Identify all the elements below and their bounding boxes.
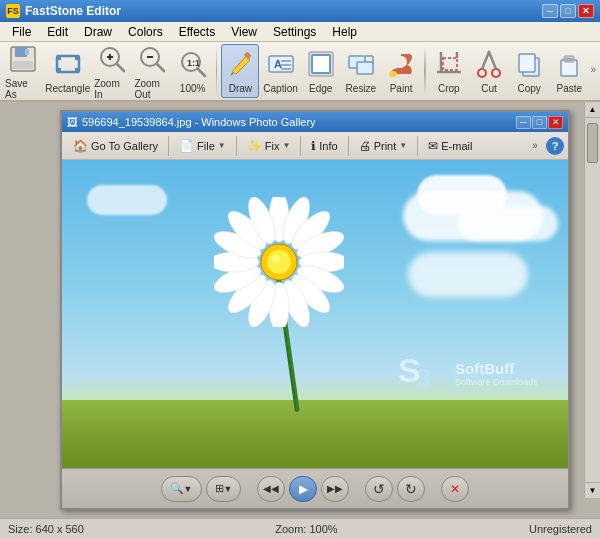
zoom-control-button[interactable]: 🔍 ▼	[161, 476, 202, 502]
close-button[interactable]: ✕	[578, 4, 594, 18]
crop-button[interactable]: Crop	[430, 44, 468, 98]
watermark-text: SoftBuff Software Downloads	[455, 360, 538, 387]
svg-rect-5	[57, 56, 61, 60]
svg-point-65	[272, 255, 280, 263]
copy-button[interactable]: Copy	[510, 44, 548, 98]
cut-button[interactable]: Cut	[470, 44, 508, 98]
vertical-scrollbar[interactable]: ▲ ▼	[584, 102, 600, 498]
rotate-right-button[interactable]: ↻	[397, 476, 425, 502]
rectangle-label: Rectangle	[45, 83, 90, 94]
menu-effects[interactable]: Effects	[171, 23, 223, 41]
fix-button[interactable]: ✨ Fix ▼	[240, 135, 298, 157]
minimize-button[interactable]: ─	[542, 4, 558, 18]
go-to-gallery-button[interactable]: 🏠 Go To Gallery	[66, 135, 165, 157]
play-button[interactable]: ▶	[289, 476, 317, 502]
image-container: S 3 SoftBuff Software Downloads	[62, 160, 568, 468]
caption-label: Caption	[263, 83, 297, 94]
zoom-control-icon: 🔍	[170, 482, 184, 495]
rectangle-button[interactable]: Rectangle	[44, 44, 91, 98]
delete-button[interactable]: ✕	[441, 476, 469, 502]
cloud-5	[408, 252, 528, 297]
svg-line-12	[117, 64, 124, 71]
toolbar-sep-1	[216, 46, 218, 96]
watermark-main-text: SoftBuff	[455, 360, 538, 377]
scroll-up-button[interactable]: ▲	[585, 102, 600, 118]
svg-line-39	[482, 52, 489, 69]
photo-maximize-button[interactable]: □	[532, 116, 547, 129]
status-bar: Size: 640 x 560 Zoom: 100% Unregistered	[0, 518, 600, 538]
fix-icon: ✨	[247, 139, 262, 153]
photo-toolbar-sep-3	[300, 136, 301, 156]
email-button[interactable]: ✉ E-mail	[421, 135, 479, 157]
main-content-area: 🖼 596694_19539864.jpg - Windows Photo Ga…	[0, 102, 600, 518]
zoom-out-label: Zoom Out	[134, 78, 170, 100]
svg-text:1:1: 1:1	[187, 58, 200, 68]
paste-button[interactable]: Paste	[550, 44, 588, 98]
crop-label: Crop	[438, 83, 460, 94]
photo-minimize-button[interactable]: ─	[516, 116, 531, 129]
svg-text:A: A	[274, 58, 282, 70]
draw-label: Draw	[229, 83, 252, 94]
next-button[interactable]: ▶▶	[321, 476, 349, 502]
resize-button[interactable]: Resize	[342, 44, 380, 98]
photo-toolbar-sep-4	[348, 136, 349, 156]
photo-toolbar-sep-2	[236, 136, 237, 156]
zoom-in-button[interactable]: Zoom In	[93, 44, 131, 98]
print-arrow-icon: ▼	[399, 141, 407, 150]
menu-file[interactable]: File	[4, 23, 39, 41]
print-button[interactable]: 🖨 Print ▼	[352, 135, 415, 157]
zoom-in-icon	[96, 43, 128, 75]
photo-close-button[interactable]: ✕	[548, 116, 563, 129]
watermark-sub-text: Software Downloads	[455, 377, 538, 387]
menu-help[interactable]: Help	[324, 23, 365, 41]
main-toolbar: Save As Rectangle	[0, 42, 600, 102]
zoom-status: Zoom: 100%	[275, 523, 337, 535]
rotate-left-button[interactable]: ↺	[365, 476, 393, 502]
svg-rect-28	[357, 62, 373, 74]
scroll-thumb[interactable]	[587, 123, 598, 163]
save-as-button[interactable]: Save As	[4, 44, 42, 98]
file-button[interactable]: 📄 File ▼	[172, 135, 233, 157]
save-as-label: Save As	[5, 78, 41, 100]
photo-window: 🖼 596694_19539864.jpg - Windows Photo Ga…	[60, 110, 570, 510]
fit-control-button[interactable]: ⊞ ▼	[206, 476, 242, 502]
edge-button[interactable]: Edge	[302, 44, 340, 98]
copy-icon	[513, 48, 545, 80]
photo-toolbar-expand-button[interactable]: »	[527, 136, 543, 156]
maximize-button[interactable]: □	[560, 4, 576, 18]
zoom-out-button[interactable]: Zoom Out	[133, 44, 171, 98]
toolbar-expand[interactable]: »	[590, 64, 596, 79]
registration-status: Unregistered	[529, 523, 592, 535]
menu-view[interactable]: View	[223, 23, 265, 41]
app-icon: FS	[6, 4, 20, 18]
paste-icon	[553, 48, 585, 80]
menu-colors[interactable]: Colors	[120, 23, 171, 41]
scroll-down-button[interactable]: ▼	[585, 482, 600, 498]
svg-rect-42	[519, 54, 535, 72]
menu-edit[interactable]: Edit	[39, 23, 76, 41]
fix-arrow-icon: ▼	[282, 141, 290, 150]
title-bar: FS FastStone Editor ─ □ ✕	[0, 0, 600, 22]
gallery-icon: 🏠	[73, 139, 88, 153]
file-arrow-icon: ▼	[218, 141, 226, 150]
cut-icon	[473, 48, 505, 80]
ground	[62, 400, 568, 468]
info-button[interactable]: ℹ Info	[304, 135, 344, 157]
svg-rect-3	[25, 49, 29, 55]
prev-button[interactable]: ◀◀	[257, 476, 285, 502]
svg-rect-26	[312, 55, 330, 73]
file-icon: 📄	[179, 139, 194, 153]
photo-toolbar-end: » ?	[527, 136, 564, 156]
menu-draw[interactable]: Draw	[76, 23, 120, 41]
prev-icon: ◀◀	[263, 483, 279, 494]
zoom-100-button[interactable]: 1:1 100%	[174, 44, 212, 98]
caption-icon: A	[265, 48, 297, 80]
zoom-arrow-icon: ▼	[184, 484, 193, 494]
paint-button[interactable]: Paint	[382, 44, 420, 98]
caption-button[interactable]: A Caption	[261, 44, 299, 98]
menu-settings[interactable]: Settings	[265, 23, 324, 41]
photo-help-button[interactable]: ?	[546, 137, 564, 155]
draw-button[interactable]: Draw	[221, 44, 259, 98]
zoom-100-icon: 1:1	[177, 48, 209, 80]
photo-window-controls: ─ □ ✕	[516, 116, 563, 129]
